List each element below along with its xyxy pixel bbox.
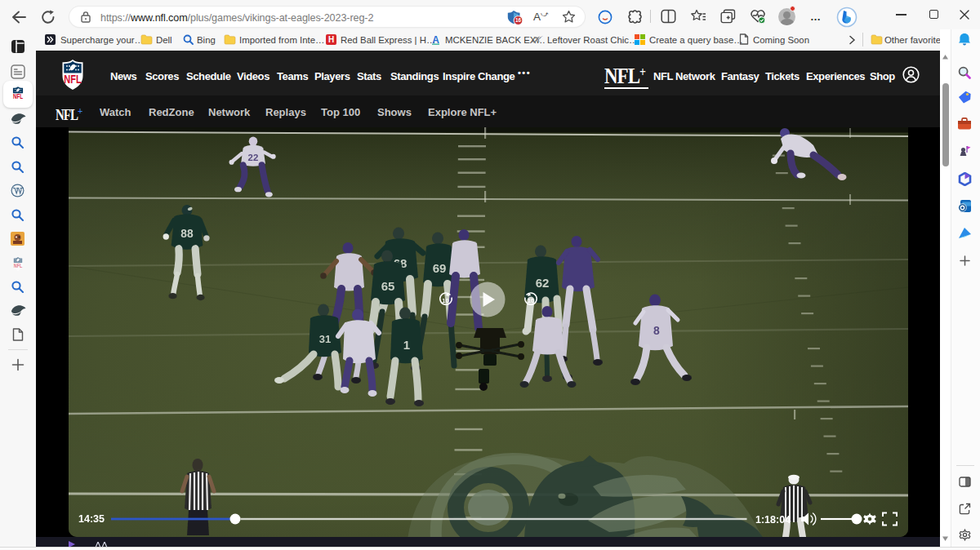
svg-text:1:18:04: 1:18:04 bbox=[755, 514, 791, 526]
svg-text:10: 10 bbox=[528, 297, 534, 304]
svg-text:14:35: 14:35 bbox=[78, 513, 105, 525]
svg-text:1: 1 bbox=[403, 338, 410, 352]
svg-text:65: 65 bbox=[381, 279, 395, 293]
svg-text:10: 10 bbox=[442, 297, 448, 304]
svg-text:16: 16 bbox=[515, 17, 522, 23]
svg-text:69: 69 bbox=[433, 261, 447, 275]
svg-text:A: A bbox=[432, 34, 439, 45]
svg-text:8: 8 bbox=[653, 324, 660, 337]
svg-text:22: 22 bbox=[248, 153, 259, 162]
svg-text:31: 31 bbox=[319, 333, 331, 345]
svg-text:62: 62 bbox=[536, 276, 550, 290]
svg-text:H: H bbox=[328, 35, 334, 44]
svg-text:88: 88 bbox=[180, 228, 194, 240]
